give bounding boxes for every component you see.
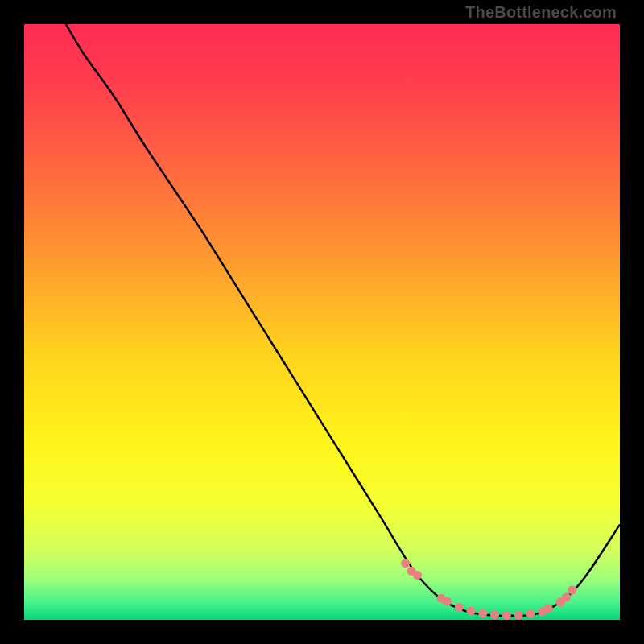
chart-frame — [24, 24, 620, 620]
marker-dot — [443, 597, 452, 606]
marker-dot — [544, 604, 553, 613]
marker-dot — [568, 586, 576, 595]
marker-dot — [478, 609, 487, 617]
marker-dot — [490, 610, 499, 619]
marker-dot — [401, 559, 410, 568]
gradient-background — [24, 24, 620, 620]
marker-dot — [562, 592, 571, 601]
marker-dot — [514, 611, 523, 620]
marker-dot — [526, 609, 535, 618]
attribution-text: TheBottleneck.com — [465, 3, 617, 22]
marker-dot — [502, 611, 511, 620]
marker-dot — [467, 606, 476, 615]
bottleneck-chart — [24, 24, 620, 620]
marker-dot — [413, 571, 422, 580]
marker-dot — [455, 603, 464, 612]
